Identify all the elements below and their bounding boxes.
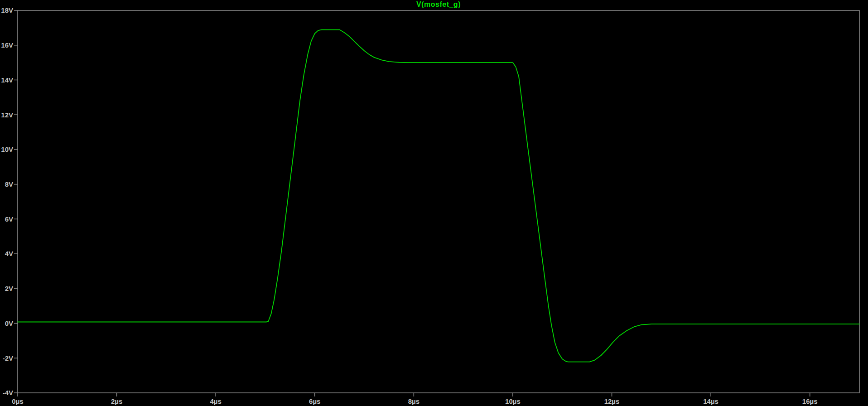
x-tick-label[interactable]: 0µs (12, 397, 23, 405)
y-tick-label[interactable]: 10V (1, 145, 13, 153)
x-tick-label[interactable]: 6µs (309, 397, 320, 405)
plot-border (18, 10, 859, 393)
x-tick-label[interactable]: 16µs (802, 397, 818, 405)
waveform-viewer-window: V(mosfet_g) 18V16V14V12V10V8V6V4V2V0V-2V… (0, 0, 868, 406)
y-tick-label[interactable]: 0V (5, 319, 13, 327)
y-tick-label[interactable]: 4V (5, 250, 13, 257)
waveform-plot-area[interactable]: 18V16V14V12V10V8V6V4V2V0V-2V-4V0µs2µs4µs… (0, 0, 868, 406)
x-axis[interactable]: 0µs2µs4µs6µs8µs10µs12µs14µs16µs (12, 393, 817, 405)
y-tick-label[interactable]: 2V (5, 285, 13, 292)
x-tick-label[interactable]: 14µs (703, 397, 719, 405)
x-tick-label[interactable]: 12µs (604, 397, 620, 405)
x-tick-label[interactable]: 10µs (505, 397, 521, 405)
y-tick-label[interactable]: 14V (1, 76, 13, 84)
y-tick-label[interactable]: 18V (1, 6, 13, 14)
y-axis[interactable]: 18V16V14V12V10V8V6V4V2V0V-2V-4V (1, 6, 18, 396)
x-tick-label[interactable]: 8µs (408, 397, 420, 405)
y-tick-label[interactable]: 12V (1, 111, 13, 119)
y-tick-label[interactable]: -2V (3, 354, 13, 362)
y-tick-label[interactable]: 6V (5, 215, 13, 223)
y-tick-label[interactable]: 8V (5, 180, 13, 188)
x-tick-label[interactable]: 4µs (210, 397, 222, 405)
trace-v-mosfet-g (18, 30, 859, 362)
y-tick-label[interactable]: -4V (3, 389, 13, 396)
y-tick-label[interactable]: 16V (1, 41, 13, 49)
x-tick-label[interactable]: 2µs (111, 397, 122, 405)
